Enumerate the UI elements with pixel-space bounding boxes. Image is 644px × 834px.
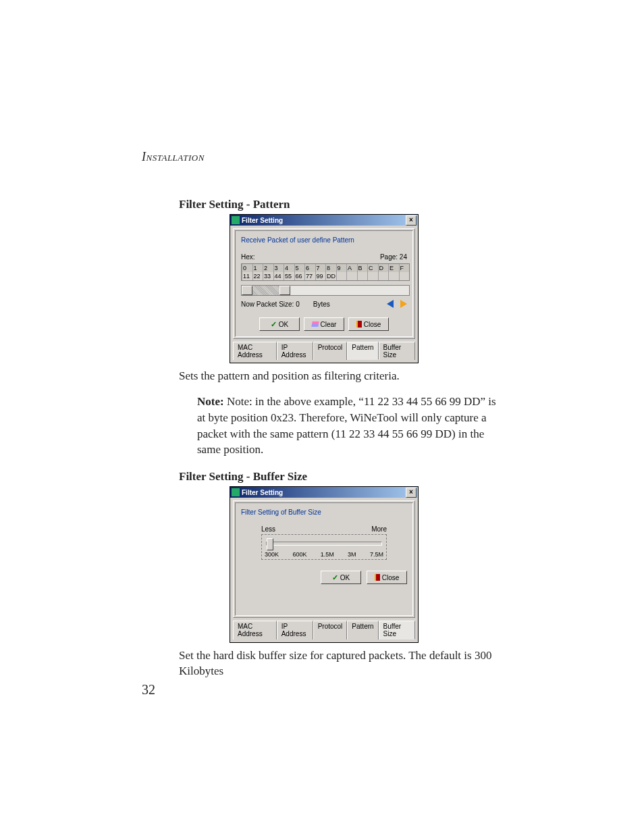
tab-ip-address[interactable]: IP Address <box>277 621 313 640</box>
tab-mac-address[interactable]: MAC Address <box>233 621 277 640</box>
hex-val[interactable]: 33 <box>263 272 273 280</box>
check-icon: ✓ <box>332 573 338 582</box>
prev-page-icon[interactable] <box>387 300 394 308</box>
door-icon <box>375 574 380 581</box>
slider-tick: 300K <box>265 551 279 558</box>
note-text: Note: in the above example, “11 22 33 44… <box>197 395 496 456</box>
slider-tick: 3M <box>348 551 356 558</box>
hex-col: 8 <box>325 264 336 272</box>
ok-button[interactable]: ✓ OK <box>321 571 361 584</box>
bytes-label: Bytes <box>313 301 330 308</box>
app-icon <box>232 488 240 496</box>
close-button[interactable]: Close <box>348 317 389 331</box>
dialog-titlebar[interactable]: Filter Setting × <box>230 215 418 226</box>
tab-pattern[interactable]: Pattern <box>347 621 378 640</box>
filter-setting-buffer-dialog: Filter Setting × Filter Setting of Buffe… <box>230 486 419 643</box>
hex-col: 3 <box>273 264 284 272</box>
dialog-title: Filter Setting <box>242 489 283 496</box>
hex-col: 1 <box>252 264 263 272</box>
page-number: 32 <box>142 682 155 698</box>
dialog-tabs: MAC Address IP Address Protocol Pattern … <box>230 621 418 642</box>
hex-col: 9 <box>336 264 347 272</box>
hex-grid[interactable]: 0 1 2 3 4 5 6 7 8 9 A B C D E F <box>241 263 410 281</box>
hex-col: 6 <box>304 264 315 272</box>
hex-val[interactable]: DD <box>325 272 336 280</box>
eraser-icon <box>311 321 319 327</box>
hex-col: 2 <box>263 264 273 272</box>
tab-buffer-size[interactable]: Buffer Size <box>379 342 415 360</box>
check-icon: ✓ <box>271 320 277 329</box>
note-block: Note: Note: in the above example, “11 22… <box>197 394 500 458</box>
dialog-titlebar[interactable]: Filter Setting × <box>230 487 418 498</box>
close-icon[interactable]: × <box>406 215 417 226</box>
hex-col: 7 <box>315 264 326 272</box>
hex-val[interactable] <box>336 272 347 280</box>
hex-val[interactable] <box>388 272 399 280</box>
app-icon <box>232 216 240 224</box>
hex-val[interactable]: 77 <box>304 272 315 280</box>
hex-val[interactable]: 11 <box>242 272 252 280</box>
hex-val[interactable] <box>346 272 357 280</box>
slider-tick: 1.5M <box>321 551 334 558</box>
hex-val[interactable] <box>399 272 410 280</box>
hex-val[interactable] <box>357 272 368 280</box>
panel-caption: Filter Setting of Buffer Size <box>241 509 407 516</box>
hex-col: B <box>357 264 368 272</box>
close-button[interactable]: Close <box>367 571 407 584</box>
hex-val[interactable] <box>378 272 389 280</box>
slider-tick: 600K <box>292 551 306 558</box>
page-label: Page: 24 <box>380 253 407 261</box>
clear-button[interactable]: Clear <box>304 317 344 331</box>
ok-button[interactable]: ✓ OK <box>259 317 300 331</box>
tab-ip-address[interactable]: IP Address <box>277 342 313 360</box>
slider-less-label: Less <box>261 525 275 533</box>
dialog-tabs: MAC Address IP Address Protocol Pattern … <box>230 342 418 363</box>
close-icon[interactable]: × <box>406 488 417 498</box>
tab-protocol[interactable]: Protocol <box>313 621 348 640</box>
tab-protocol[interactable]: Protocol <box>313 342 348 360</box>
buffer-description: Set the hard disk buffer size for captur… <box>179 648 500 679</box>
tab-mac-address[interactable]: MAC Address <box>233 342 277 360</box>
hex-col: D <box>378 264 389 272</box>
hex-scrollbar[interactable] <box>241 285 410 296</box>
hex-val[interactable]: 66 <box>294 272 305 280</box>
packet-size-label: Now Packet Size: 0 <box>241 301 300 308</box>
hex-label: Hex: <box>241 253 255 261</box>
section-title-pattern: Filter Setting - Pattern <box>179 198 500 211</box>
next-page-icon[interactable] <box>400 300 407 308</box>
buffer-size-slider[interactable]: 300K 600K 1.5M 3M 7.5M <box>261 534 387 560</box>
hex-col: F <box>399 264 410 272</box>
pattern-description: Sets the pattern and position as filteri… <box>179 369 500 384</box>
panel-caption: Receive Packet of user define Pattern <box>241 236 407 244</box>
hex-col: A <box>346 264 357 272</box>
hex-col: 0 <box>242 264 252 272</box>
door-icon <box>356 321 362 328</box>
tab-buffer-size[interactable]: Buffer Size <box>379 621 415 640</box>
hex-val[interactable]: 99 <box>315 272 326 280</box>
slider-tick: 7.5M <box>370 551 383 558</box>
running-head: INSTALLATION <box>142 150 500 164</box>
slider-more-label: More <box>371 525 387 533</box>
tab-pattern[interactable]: Pattern <box>347 342 378 360</box>
hex-val[interactable]: 22 <box>252 272 263 280</box>
hex-val[interactable]: 44 <box>273 272 284 280</box>
hex-col: C <box>367 264 378 272</box>
section-title-buffer: Filter Setting - Buffer Size <box>179 470 500 484</box>
hex-col: 4 <box>284 264 294 272</box>
hex-col: E <box>388 264 399 272</box>
hex-val[interactable] <box>367 272 378 280</box>
dialog-title: Filter Setting <box>242 217 283 224</box>
hex-val[interactable]: 55 <box>284 272 294 280</box>
note-label: Note: <box>197 395 224 408</box>
filter-setting-pattern-dialog: Filter Setting × Receive Packet of user … <box>230 214 419 363</box>
hex-col: 5 <box>294 264 305 272</box>
